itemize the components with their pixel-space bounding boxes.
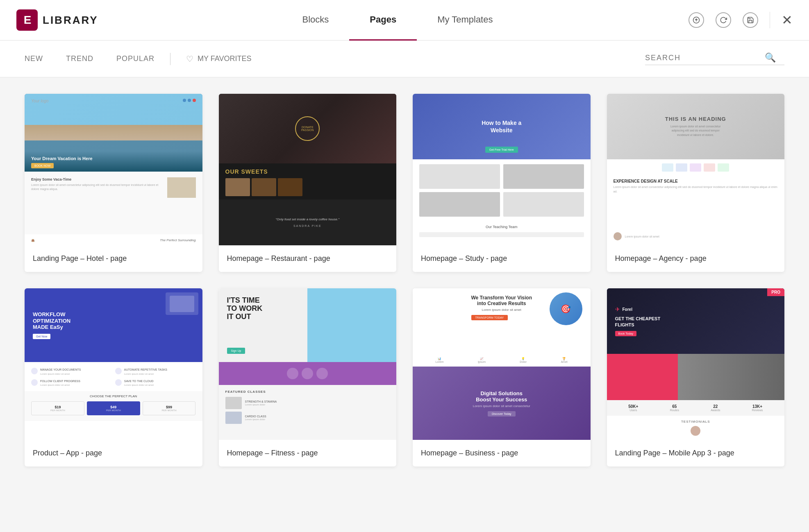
tab-my-templates[interactable]: My Templates (417, 0, 513, 41)
card-label-business: Homepage – Business - page (413, 440, 591, 466)
logo-area: E LIBRARY (16, 9, 107, 31)
tab-pages[interactable]: Pages (349, 0, 417, 41)
filter-trend[interactable]: TREND (55, 54, 105, 63)
card-thumbnail-business: We Transform Your Visioninto Creative Re… (413, 288, 591, 440)
card-agency[interactable]: THIS IS AN HEADING Lorem ipsum dolor sit… (607, 94, 785, 272)
search-input[interactable] (645, 54, 760, 62)
close-button[interactable]: ✕ (782, 12, 793, 28)
card-thumbnail-agency: THIS IS AN HEADING Lorem ipsum dolor sit… (607, 94, 785, 245)
pro-badge: PRO (767, 288, 784, 296)
upload-button[interactable] (689, 12, 704, 28)
logo-icon: E (16, 9, 38, 31)
card-label-study: Homepage – Study - page (413, 245, 591, 272)
filter-bar: NEW TREND POPULAR ♡ MY FAVORITES 🔍 (0, 41, 809, 77)
card-hotel[interactable]: Your logo Your Dream Vacation is Here BO… (25, 94, 202, 272)
card-thumbnail-mobile: PRO ✈ Forel GET THE CHEAPESTFLIGHTS Book… (607, 288, 785, 440)
card-fitness[interactable]: I'TS TIMETO WORKIT OUT Sign Up FEATURED … (219, 288, 397, 466)
header: E LIBRARY Blocks Pages My Templates ✕ (0, 0, 809, 41)
header-divider (770, 12, 770, 28)
save-button[interactable] (743, 12, 758, 28)
card-restaurant[interactable]: DONATEPASSION OUR SWEETS "Only food set … (219, 94, 397, 272)
card-business[interactable]: We Transform Your Visioninto Creative Re… (413, 288, 591, 466)
card-label-mobile: Landing Page – Mobile App 3 - page (607, 440, 785, 466)
card-thumbnail-hotel: Your logo Your Dream Vacation is Here BO… (25, 94, 202, 245)
filter-divider (170, 53, 170, 65)
card-label-agency: Homepage – Agency - page (607, 245, 785, 272)
filter-new[interactable]: NEW (25, 54, 55, 63)
favorites-label: MY FAVORITES (198, 54, 251, 63)
card-thumbnail-study: How to Make aWebsite Get Free Trial Here… (413, 94, 591, 245)
main-content: Your logo Your Dream Vacation is Here BO… (0, 77, 809, 483)
cards-grid: Your logo Your Dream Vacation is Here BO… (25, 94, 784, 466)
card-thumbnail-restaurant: DONATEPASSION OUR SWEETS "Only food set … (219, 94, 397, 245)
card-thumbnail-app: WORKFLOWOPTIMIZATIONMADE EaSy Get Now MA… (25, 288, 202, 440)
card-mobile[interactable]: PRO ✈ Forel GET THE CHEAPESTFLIGHTS Book… (607, 288, 785, 466)
logo-text: LIBRARY (43, 14, 98, 27)
tab-blocks[interactable]: Blocks (282, 0, 350, 41)
card-study[interactable]: How to Make aWebsite Get Free Trial Here… (413, 94, 591, 272)
card-label-app: Product – App - page (25, 440, 202, 466)
search-icon[interactable]: 🔍 (765, 52, 776, 63)
header-actions: ✕ (689, 12, 793, 28)
heart-icon: ♡ (186, 54, 193, 64)
card-label-hotel: Landing Page – Hotel - page (25, 245, 202, 272)
filter-popular[interactable]: POPULAR (105, 54, 166, 63)
refresh-button[interactable] (716, 12, 731, 28)
card-label-restaurant: Homepage – Restaurant - page (219, 245, 397, 272)
search-area: 🔍 (645, 52, 784, 65)
card-thumbnail-fitness: I'TS TIMETO WORKIT OUT Sign Up FEATURED … (219, 288, 397, 440)
card-label-fitness: Homepage – Fitness - page (219, 440, 397, 466)
card-app[interactable]: WORKFLOWOPTIMIZATIONMADE EaSy Get Now MA… (25, 288, 202, 466)
filter-favorites[interactable]: ♡ MY FAVORITES (175, 54, 263, 64)
hotel-logo: Your logo (31, 99, 48, 103)
nav-tabs: Blocks Pages My Templates (107, 0, 689, 41)
